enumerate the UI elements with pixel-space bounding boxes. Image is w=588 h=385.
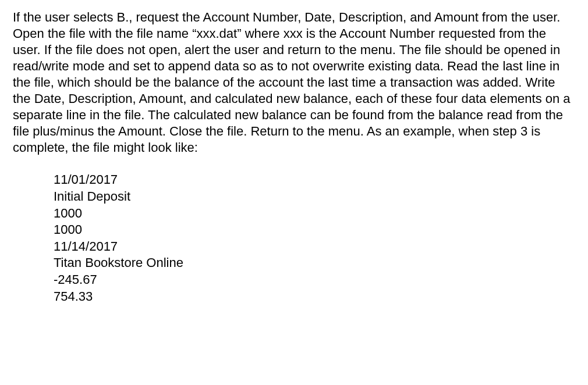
example-line: 11/14/2017 bbox=[54, 238, 575, 255]
instruction-paragraph: If the user selects B., request the Acco… bbox=[13, 9, 575, 155]
example-line: 1000 bbox=[54, 205, 575, 222]
example-line: 754.33 bbox=[54, 288, 575, 305]
example-line: -245.67 bbox=[54, 272, 575, 288]
example-line: 1000 bbox=[54, 222, 575, 238]
example-line: 11/01/2017 bbox=[54, 172, 575, 188]
example-line: Titan Bookstore Online bbox=[54, 255, 575, 272]
example-file-content: 11/01/2017 Initial Deposit 1000 1000 11/… bbox=[54, 172, 575, 305]
example-line: Initial Deposit bbox=[54, 188, 575, 205]
